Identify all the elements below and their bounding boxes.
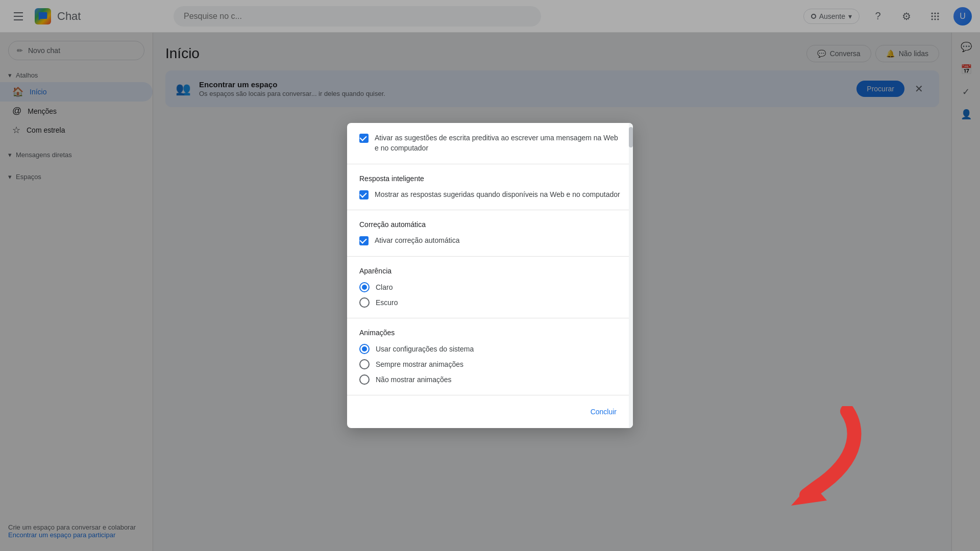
escuro-radio[interactable] [359, 297, 370, 308]
claro-radio[interactable] [359, 282, 370, 292]
autocorrect-label: Ativar correção automática [375, 236, 460, 246]
claro-row: Claro [359, 282, 621, 292]
concluir-button[interactable]: Concluir [586, 404, 621, 420]
predictive-writing-row: Ativar as sugestões de escrita preditiva… [359, 133, 621, 153]
escuro-row: Escuro [359, 297, 621, 308]
escrita-preditiva-section: Ativar as sugestões de escrita preditiva… [347, 123, 633, 164]
resposta-inteligente-title: Resposta inteligente [359, 174, 621, 183]
predictive-writing-label: Ativar as sugestões de escrita preditiva… [375, 133, 621, 153]
animacoes-section: Animações Usar configurações do sistema … [347, 318, 633, 395]
nao-mostrar-row: Não mostrar animações [359, 374, 621, 385]
correcao-automatica-title: Correção automática [359, 220, 621, 229]
autocorrect-row: Ativar correção automática [359, 236, 621, 246]
animacoes-title: Animações [359, 329, 621, 337]
resposta-inteligente-section: Resposta inteligente Mostrar as resposta… [347, 164, 633, 211]
nao-mostrar-radio[interactable] [359, 374, 370, 385]
aparencia-section: Aparência Claro Escuro [347, 257, 633, 318]
smart-reply-checkbox[interactable] [359, 190, 369, 199]
usar-config-sistema-label: Usar configurações do sistema [376, 345, 474, 353]
usar-config-sistema-row: Usar configurações do sistema [359, 344, 621, 354]
correcao-automatica-section: Correção automática Ativar correção auto… [347, 210, 633, 257]
nao-mostrar-label: Não mostrar animações [376, 375, 452, 384]
escuro-label: Escuro [376, 298, 398, 307]
predictive-writing-checkbox[interactable] [359, 134, 369, 143]
usar-config-sistema-radio[interactable] [359, 344, 370, 354]
claro-label: Claro [376, 283, 393, 291]
aparencia-title: Aparência [359, 267, 621, 275]
sempre-mostrar-row: Sempre mostrar animações [359, 359, 621, 369]
dialog-scroll[interactable]: Ativar as sugestões de escrita preditiva… [347, 123, 633, 394]
sempre-mostrar-label: Sempre mostrar animações [376, 360, 463, 368]
smart-reply-row: Mostrar as respostas sugeridas quando di… [359, 190, 621, 200]
modal-overlay[interactable]: Ativar as sugestões de escrita preditiva… [0, 0, 980, 551]
autocorrect-checkbox[interactable] [359, 236, 369, 245]
sempre-mostrar-radio[interactable] [359, 359, 370, 369]
settings-dialog: Ativar as sugestões de escrita preditiva… [347, 123, 633, 428]
dialog-footer: Concluir [347, 395, 633, 428]
smart-reply-label: Mostrar as respostas sugeridas quando di… [375, 190, 620, 200]
